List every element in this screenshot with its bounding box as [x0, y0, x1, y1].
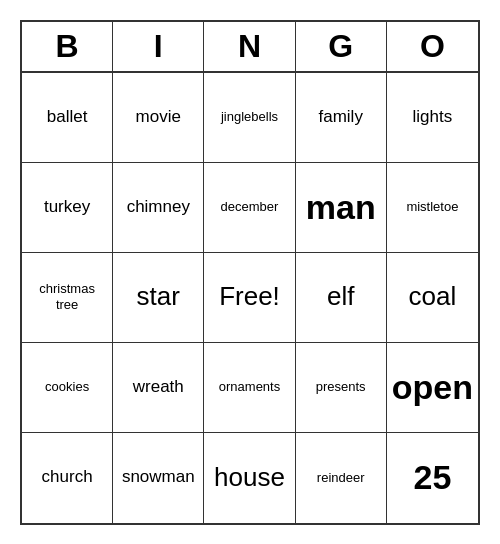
bingo-cell[interactable]: snowman — [113, 433, 204, 523]
cell-text: ornaments — [219, 379, 280, 395]
header-letter: B — [22, 22, 113, 71]
bingo-cell[interactable]: lights — [387, 73, 478, 163]
cell-text: ballet — [47, 107, 88, 127]
cell-text: christmastree — [39, 281, 95, 312]
bingo-cell[interactable]: star — [113, 253, 204, 343]
cell-text: family — [318, 107, 362, 127]
cell-text: star — [137, 281, 180, 312]
cell-text: presents — [316, 379, 366, 395]
cell-text: cookies — [45, 379, 89, 395]
cell-text: reindeer — [317, 470, 365, 486]
cell-text: turkey — [44, 197, 90, 217]
cell-text: coal — [409, 281, 457, 312]
cell-text: Free! — [219, 281, 280, 312]
bingo-cell[interactable]: december — [204, 163, 295, 253]
cell-text: december — [221, 199, 279, 215]
bingo-grid: balletmoviejinglebellsfamilylightsturkey… — [22, 73, 478, 523]
bingo-cell[interactable]: man — [296, 163, 387, 253]
bingo-cell[interactable]: elf — [296, 253, 387, 343]
bingo-cell[interactable]: chimney — [113, 163, 204, 253]
cell-text: wreath — [133, 377, 184, 397]
cell-text: snowman — [122, 467, 195, 487]
cell-text: church — [42, 467, 93, 487]
bingo-cell[interactable]: church — [22, 433, 113, 523]
cell-text: elf — [327, 281, 354, 312]
bingo-cell[interactable]: ornaments — [204, 343, 295, 433]
bingo-cell[interactable]: presents — [296, 343, 387, 433]
bingo-cell[interactable]: christmastree — [22, 253, 113, 343]
header-letter: O — [387, 22, 478, 71]
header-letter: N — [204, 22, 295, 71]
bingo-cell[interactable]: 25 — [387, 433, 478, 523]
cell-text: 25 — [413, 457, 451, 498]
bingo-cell[interactable]: Free! — [204, 253, 295, 343]
bingo-cell[interactable]: turkey — [22, 163, 113, 253]
header-letter: G — [296, 22, 387, 71]
bingo-cell[interactable]: reindeer — [296, 433, 387, 523]
bingo-cell[interactable]: ballet — [22, 73, 113, 163]
bingo-cell[interactable]: mistletoe — [387, 163, 478, 253]
cell-text: chimney — [127, 197, 190, 217]
bingo-cell[interactable]: family — [296, 73, 387, 163]
cell-text: jinglebells — [221, 109, 278, 125]
bingo-card: BINGO balletmoviejinglebellsfamilylights… — [20, 20, 480, 525]
bingo-header: BINGO — [22, 22, 478, 73]
cell-text: mistletoe — [406, 199, 458, 215]
cell-text: house — [214, 462, 285, 493]
bingo-cell[interactable]: jinglebells — [204, 73, 295, 163]
bingo-cell[interactable]: open — [387, 343, 478, 433]
bingo-cell[interactable]: wreath — [113, 343, 204, 433]
cell-text: man — [306, 187, 376, 228]
bingo-cell[interactable]: coal — [387, 253, 478, 343]
bingo-cell[interactable]: house — [204, 433, 295, 523]
cell-text: movie — [136, 107, 181, 127]
cell-text: open — [392, 367, 473, 408]
cell-text: lights — [413, 107, 453, 127]
header-letter: I — [113, 22, 204, 71]
bingo-cell[interactable]: cookies — [22, 343, 113, 433]
bingo-cell[interactable]: movie — [113, 73, 204, 163]
